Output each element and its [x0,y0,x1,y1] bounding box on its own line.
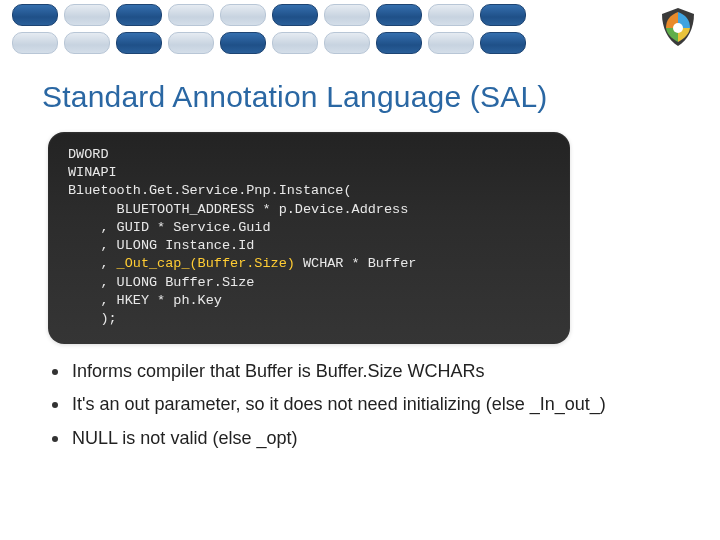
bullet-text: Informs compiler that Buffer is Buffer.S… [72,360,680,383]
pill-icon [220,32,266,54]
pill-icon [220,4,266,26]
pill-icon [272,4,318,26]
pill-icon [324,4,370,26]
slide-title: Standard Annotation Language (SAL) [42,80,548,114]
pill-icon [168,4,214,26]
bullet-item: NULL is not valid (else _opt) [52,427,680,450]
bullet-dot-icon [52,369,58,375]
code-line: , ULONG Buffer.Size [68,274,550,292]
code-line: WINAPI [68,164,550,182]
pill-icon [428,32,474,54]
pill-icon [116,32,162,54]
code-line: ); [68,310,550,328]
code-panel: DWORD WINAPI Bluetooth.Get.Service.Pnp.I… [48,132,570,344]
code-line-highlight: , _Out_cap_(Buffer.Size) WCHAR * Buffer [68,255,550,273]
pill-icon [428,4,474,26]
code-line: BLUETOOTH_ADDRESS * p.Device.Address [68,201,550,219]
svg-point-0 [673,23,683,33]
pill-icon [480,4,526,26]
decorative-top-band [0,0,720,58]
code-line: , ULONG Instance.Id [68,237,550,255]
pill-icon [64,4,110,26]
pill-icon [12,4,58,26]
bullet-item: Informs compiler that Buffer is Buffer.S… [52,360,680,383]
bullet-text: NULL is not valid (else _opt) [72,427,680,450]
pill-icon [324,32,370,54]
code-line: , GUID * Service.Guid [68,219,550,237]
bullet-list: Informs compiler that Buffer is Buffer.S… [52,360,680,460]
code-line: DWORD [68,146,550,164]
bullet-dot-icon [52,402,58,408]
pill-icon [12,32,58,54]
sal-annotation-highlight: _Out_cap_(Buffer.Size) [117,256,295,271]
pill-icon [64,32,110,54]
bullet-text: It's an out parameter, so it does not ne… [72,393,680,416]
pill-icon [480,32,526,54]
pill-icon [116,4,162,26]
code-line: Bluetooth.Get.Service.Pnp.Instance( [68,182,550,200]
bullet-dot-icon [52,436,58,442]
pill-icon [376,4,422,26]
pill-icon [272,32,318,54]
pill-icon [168,32,214,54]
shield-logo-icon [656,6,700,50]
pill-row [12,4,572,54]
bullet-item: It's an out parameter, so it does not ne… [52,393,680,416]
code-line: , HKEY * ph.Key [68,292,550,310]
pill-icon [376,32,422,54]
